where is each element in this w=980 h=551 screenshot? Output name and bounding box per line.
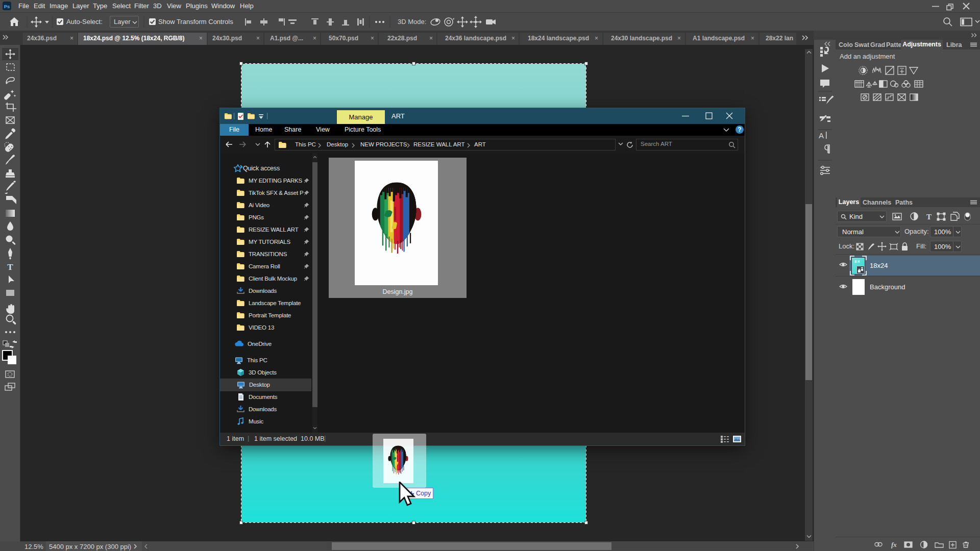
svg-text:Ps: Ps xyxy=(4,4,10,9)
svg-text:fx: fx xyxy=(891,541,897,548)
svg-text:A: A xyxy=(819,131,824,140)
svg-text:T: T xyxy=(926,213,932,221)
svg-text:T: T xyxy=(7,262,13,272)
